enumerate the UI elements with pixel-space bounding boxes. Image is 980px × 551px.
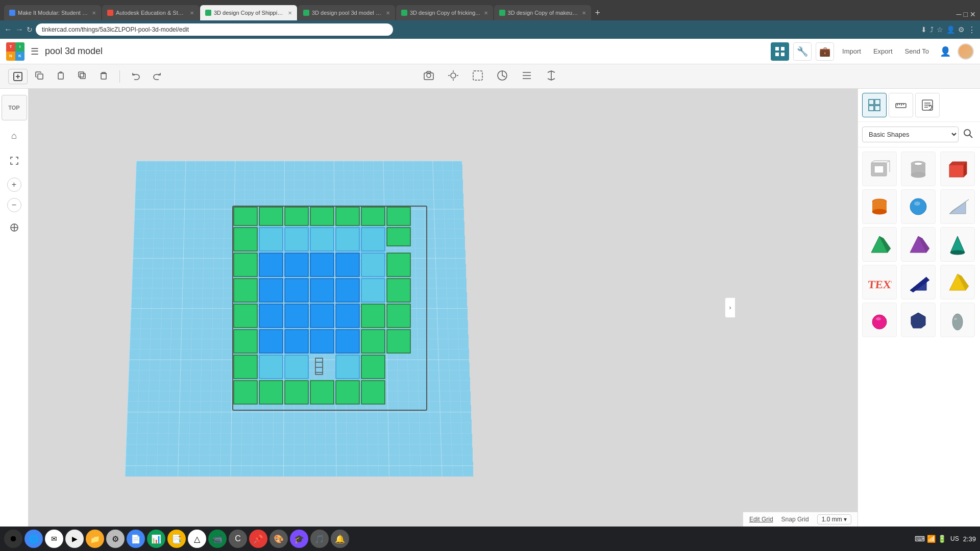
tab-4[interactable]: 3D design pool 3d model | T... ✕ [298, 5, 395, 20]
notes-tab[interactable] [915, 93, 940, 117]
shape-item-sphere-pink[interactable] [862, 303, 897, 337]
tab-6[interactable]: 3D design Copy of makeup r... ✕ [494, 5, 591, 20]
taskbar-extra3[interactable]: 🎨 [270, 530, 288, 548]
taskbar-chrome-item[interactable]: 🌐 [24, 530, 43, 548]
ruler-tab[interactable] [889, 93, 913, 117]
tab-5[interactable]: 3D design Copy of fricking... ✕ [396, 5, 493, 20]
delete-button[interactable] [94, 67, 113, 86]
undo-button[interactable] [126, 67, 145, 86]
shape-item-shape-navy[interactable] [901, 303, 936, 337]
taskbar-docs-item[interactable]: 📄 [127, 530, 145, 548]
tab-close-1[interactable]: ✕ [92, 10, 96, 16]
orientation-button[interactable] [5, 218, 23, 238]
refresh-button[interactable]: ↻ [27, 26, 33, 34]
tab-1[interactable]: Make It Modular: Student De... ✕ [4, 5, 101, 20]
taskbar-power-item[interactable]: ⏺ [4, 530, 22, 548]
selection-button[interactable] [467, 66, 488, 87]
close-button[interactable]: ✕ [970, 10, 976, 18]
light-button[interactable] [443, 66, 464, 87]
tab-close-5[interactable]: ✕ [484, 10, 488, 16]
taskbar-sheets-item[interactable]: 📊 [147, 530, 165, 548]
view-cube[interactable]: TOP [2, 95, 27, 120]
shape-item-sphere[interactable] [901, 189, 936, 224]
build-icon-button[interactable]: 🔧 [793, 42, 812, 61]
camera-button[interactable] [418, 66, 439, 87]
tab-close-6[interactable]: ✕ [582, 10, 586, 16]
align-button[interactable] [516, 66, 537, 87]
svg-rect-82 [234, 304, 257, 328]
edit-grid-button[interactable]: Edit Grid [749, 516, 773, 523]
tab-close-3[interactable]: ✕ [288, 10, 292, 16]
extensions-btn[interactable]: ⚙ [958, 25, 965, 35]
canvas-area[interactable]: › Edit Grid Snap Grid 1.0 mm ▾ [29, 89, 857, 527]
duplicate-button[interactable] [72, 67, 92, 86]
mirror-button[interactable] [541, 66, 562, 87]
zoom-in-button[interactable]: + [7, 178, 21, 192]
taskbar-meet-item[interactable]: 📹 [208, 530, 227, 548]
new-tab-button[interactable]: + [592, 8, 604, 18]
shape-item-pyramid-green[interactable] [862, 227, 897, 262]
taskbar-play-item[interactable]: ▶ [65, 530, 84, 548]
shape-item-pyramid-purple[interactable] [901, 227, 936, 262]
taskbar-extra1[interactable]: C [229, 530, 247, 548]
grid-view-button[interactable] [771, 42, 789, 61]
share-btn[interactable]: ⤴ [930, 25, 934, 35]
back-button[interactable]: ← [4, 25, 12, 34]
taskbar-gmail-item[interactable]: ✉ [45, 530, 63, 548]
send-to-button[interactable]: Send To [901, 45, 933, 57]
transform-button[interactable] [492, 66, 513, 87]
zoom-out-button[interactable]: − [7, 198, 21, 212]
url-input[interactable] [36, 23, 393, 36]
tab-close-4[interactable]: ✕ [386, 10, 390, 16]
copy-icon [34, 70, 44, 81]
panel-collapse-button[interactable]: › [725, 297, 735, 318]
import-button[interactable]: Import [838, 45, 865, 57]
svg-point-99 [964, 130, 970, 136]
taskbar-files-item[interactable]: 📁 [86, 530, 104, 548]
shape-item-cone-teal[interactable] [940, 227, 975, 262]
svg-rect-63 [259, 330, 283, 353]
minimize-button[interactable]: ─ [957, 10, 962, 18]
briefcase-button[interactable]: 💼 [816, 42, 834, 61]
copy-button[interactable] [30, 67, 49, 86]
paste-button[interactable] [51, 67, 70, 86]
shape-item-box-solid[interactable] [940, 152, 975, 186]
forward-button[interactable]: → [15, 25, 23, 34]
shape-category-select[interactable]: Basic Shapes Letters Connectors Featured… [862, 127, 959, 142]
grid-tab[interactable] [862, 93, 887, 117]
tab-2[interactable]: Autodesk Education & Stude... ✕ [102, 5, 199, 20]
shape-item-cylinder-hole[interactable] [901, 152, 936, 186]
shape-item-pyramid-yellow[interactable] [940, 265, 975, 299]
shape-item-wedge-blue[interactable] [901, 265, 936, 299]
taskbar-settings-item[interactable]: ⚙ [106, 530, 125, 548]
tab-close-2[interactable]: ✕ [190, 10, 194, 16]
home-button[interactable]: ⌂ [7, 127, 21, 145]
tab-3-active[interactable]: 3D design Copy of Shipping... ✕ [200, 5, 297, 20]
download-btn[interactable]: ⬇ [921, 25, 927, 35]
bookmark-btn[interactable]: ☆ [937, 25, 943, 35]
taskbar-extra5[interactable]: 🎵 [310, 530, 329, 548]
search-shapes-button[interactable] [961, 126, 976, 143]
fit-button[interactable] [5, 152, 23, 171]
maximize-button[interactable]: □ [964, 10, 968, 18]
new-shape-button[interactable] [8, 69, 28, 84]
shape-item-wedge[interactable] [940, 189, 975, 224]
taskbar-extra2[interactable]: 📌 [249, 530, 267, 548]
shape-item-cylinder-solid[interactable] [862, 189, 897, 224]
taskbar-extra4[interactable]: 🎓 [290, 530, 308, 548]
tinkercad-logo[interactable]: T I N K [6, 42, 24, 61]
snap-value-button[interactable]: 1.0 mm ▾ [817, 514, 851, 524]
redo-button[interactable] [148, 67, 167, 86]
export-button[interactable]: Export [869, 45, 897, 57]
shape-item-text[interactable]: TEXT [862, 265, 897, 299]
taskbar-extra6[interactable]: 🔔 [331, 530, 349, 548]
menu-btn[interactable]: ⋮ [968, 25, 976, 35]
profile-btn[interactable]: 👤 [946, 25, 955, 35]
taskbar-slides-item[interactable]: 📑 [167, 530, 186, 548]
shape-item-shape-gray[interactable] [940, 303, 975, 337]
shape-item-box-hole[interactable] [862, 152, 897, 186]
svg-rect-111 [949, 165, 964, 177]
menu-icon-btn[interactable]: ☰ [31, 46, 39, 57]
user-icon-button[interactable]: 👤 [937, 43, 953, 60]
taskbar-drive-item[interactable]: △ [188, 530, 206, 548]
